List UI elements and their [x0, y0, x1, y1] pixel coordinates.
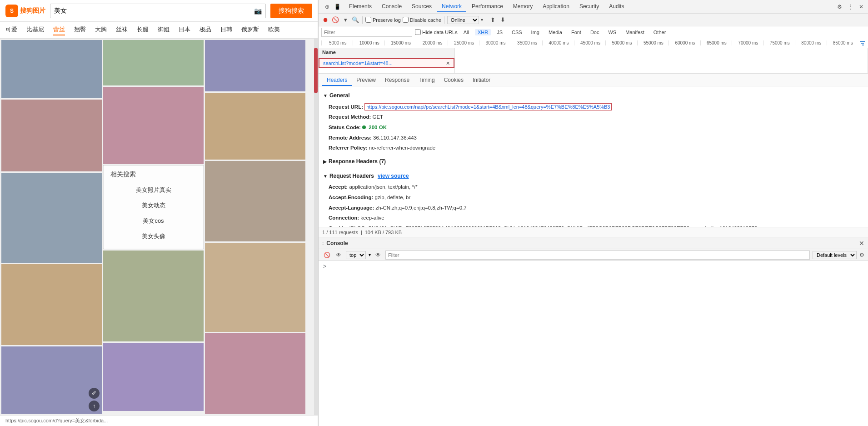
image-12[interactable]: [205, 93, 305, 160]
nav-tag-9[interactable]: 极品: [200, 25, 211, 35]
tab-security[interactable]: Security: [575, 1, 604, 12]
search-button[interactable]: 搜狗搜索: [270, 4, 312, 18]
nav-tag-11[interactable]: 俄罗斯: [241, 25, 259, 35]
related-item-0[interactable]: 美女照片真实: [104, 182, 203, 198]
image-1[interactable]: [1, 40, 102, 98]
response-headers-section-header[interactable]: ▶ Response Headers (7): [323, 155, 863, 168]
tab-application[interactable]: Application: [538, 1, 574, 12]
more-icon[interactable]: ⋮: [846, 2, 855, 11]
console-filter-input[interactable]: [385, 251, 810, 260]
related-item-3[interactable]: 美女头像: [104, 229, 203, 244]
filter-ws[interactable]: WS: [605, 29, 619, 36]
filter-input[interactable]: [321, 28, 412, 37]
sogou-logo: S 搜狗图片: [5, 5, 45, 17]
disable-cache-checkbox[interactable]: Disable cache: [403, 17, 441, 23]
filter-img[interactable]: Img: [528, 29, 543, 36]
svg-rect-1: [861, 43, 864, 44]
console-eye2-btn[interactable]: 👁: [374, 251, 383, 260]
tab-elements[interactable]: Elements: [344, 1, 376, 12]
filter-xhr[interactable]: XHR: [475, 29, 491, 35]
image-4[interactable]: [1, 264, 102, 345]
record-btn[interactable]: ⏺: [321, 16, 329, 24]
nav-tag-1[interactable]: 比基尼: [26, 25, 44, 35]
image-14[interactable]: [205, 243, 305, 332]
nav-tag-10[interactable]: 日韩: [220, 25, 232, 35]
image-6[interactable]: [103, 40, 204, 85]
tab-memory[interactable]: Memory: [509, 1, 537, 12]
filter-other[interactable]: Other: [650, 29, 669, 36]
detail-tab-response[interactable]: Response: [380, 75, 414, 86]
image-10[interactable]: [103, 343, 204, 411]
detail-tab-headers[interactable]: Headers: [322, 75, 352, 86]
image-7[interactable]: [103, 87, 204, 164]
image-5[interactable]: ✐ ↑: [1, 346, 102, 414]
hide-data-urls-checkbox[interactable]: Hide data URLs: [415, 29, 458, 35]
filter-doc[interactable]: Doc: [587, 29, 603, 36]
nav-tag-5[interactable]: 丝袜: [116, 25, 128, 35]
image-15[interactable]: [205, 333, 305, 414]
view-source-link[interactable]: view source: [378, 171, 409, 181]
import-btn[interactable]: ⬆: [489, 16, 497, 24]
device-icon[interactable]: 📱: [333, 2, 342, 11]
filter-manifest[interactable]: Manifest: [622, 29, 648, 36]
detail-tab-initiator[interactable]: Initiator: [468, 75, 495, 86]
up-btn[interactable]: ↑: [89, 401, 100, 411]
nav-tag-3[interactable]: 翘臀: [74, 25, 86, 35]
close-devtools-icon[interactable]: ✕: [857, 2, 866, 11]
detail-tab-cookies[interactable]: Cookies: [439, 75, 468, 86]
export-btn[interactable]: ⬇: [499, 16, 507, 24]
console-dropdown-arrow[interactable]: ▾: [369, 252, 371, 257]
console-clear-btn[interactable]: 🚫: [322, 251, 331, 260]
filter-toggle-btn[interactable]: ▾: [341, 16, 349, 24]
nav-tag-7[interactable]: 御姐: [158, 25, 170, 35]
console-eye-btn[interactable]: 👁: [334, 251, 343, 260]
tab-network[interactable]: Network: [437, 1, 466, 12]
nav-tag-6[interactable]: 长腿: [137, 25, 149, 35]
camera-icon[interactable]: 📷: [254, 7, 262, 15]
inspect-icon[interactable]: ⊕: [323, 2, 332, 11]
tab-audits[interactable]: Audits: [604, 1, 629, 12]
filter-font[interactable]: Font: [568, 29, 584, 36]
dropdown-arrow[interactable]: ▾: [481, 17, 483, 22]
tab-console[interactable]: Console: [377, 1, 406, 12]
tab-performance[interactable]: Performance: [467, 1, 508, 12]
nav-tag-0[interactable]: 可爱: [5, 25, 17, 35]
image-9[interactable]: [103, 251, 204, 341]
row-close-btn[interactable]: ✕: [446, 60, 450, 66]
request-headers-section-header[interactable]: ▼ Request Headers view source: [323, 170, 863, 182]
nav-tag-8[interactable]: 日本: [179, 25, 190, 35]
nav-tag-4[interactable]: 大胸: [95, 25, 107, 35]
search-input[interactable]: [54, 7, 254, 15]
related-item-2[interactable]: 美女cos: [104, 213, 203, 229]
console-close-btn[interactable]: ✕: [859, 240, 864, 247]
tab-sources[interactable]: Sources: [407, 1, 436, 12]
filter-media[interactable]: Media: [545, 29, 565, 36]
image-13[interactable]: [205, 161, 305, 241]
waterfall-icon[interactable]: [860, 40, 865, 46]
settings-icon[interactable]: ⚙: [835, 2, 844, 11]
preserve-log-checkbox[interactable]: Preserve log: [365, 17, 401, 23]
detail-tab-preview[interactable]: Preview: [352, 75, 380, 86]
image-3[interactable]: [1, 173, 102, 263]
console-gear-icon[interactable]: ⚙: [859, 252, 864, 258]
general-section-header[interactable]: ▼ General: [323, 89, 863, 102]
filter-js[interactable]: JS: [494, 29, 506, 36]
network-row-0[interactable]: searchList?mode=1&start=48... ✕: [319, 58, 454, 68]
filter-css[interactable]: CSS: [509, 29, 525, 36]
image-11[interactable]: [205, 40, 305, 91]
online-select[interactable]: Online Slow 3G Fast 3G: [447, 16, 479, 24]
nav-tag-2[interactable]: 蕾丝: [53, 25, 65, 35]
console-level-select[interactable]: Default levels Verbose Info Warning Erro…: [813, 251, 857, 259]
filter-all[interactable]: All: [460, 29, 472, 36]
network-main: Name searchList?mode=1&start=48... ✕ Hea…: [319, 48, 868, 237]
nav-tag-12[interactable]: 欧美: [268, 25, 280, 35]
console-context-select[interactable]: top: [346, 251, 366, 259]
detail-tab-timing[interactable]: Timing: [414, 75, 439, 86]
clear-btn[interactable]: 🚫: [331, 16, 339, 24]
console-input-area[interactable]: [328, 263, 863, 270]
share-btn[interactable]: ✐: [89, 388, 100, 399]
search-network-btn[interactable]: 🔍: [351, 16, 359, 24]
scrollbar-thumb[interactable]: [314, 48, 318, 93]
related-item-1[interactable]: 美女动态: [104, 198, 203, 213]
image-2[interactable]: [1, 100, 102, 171]
